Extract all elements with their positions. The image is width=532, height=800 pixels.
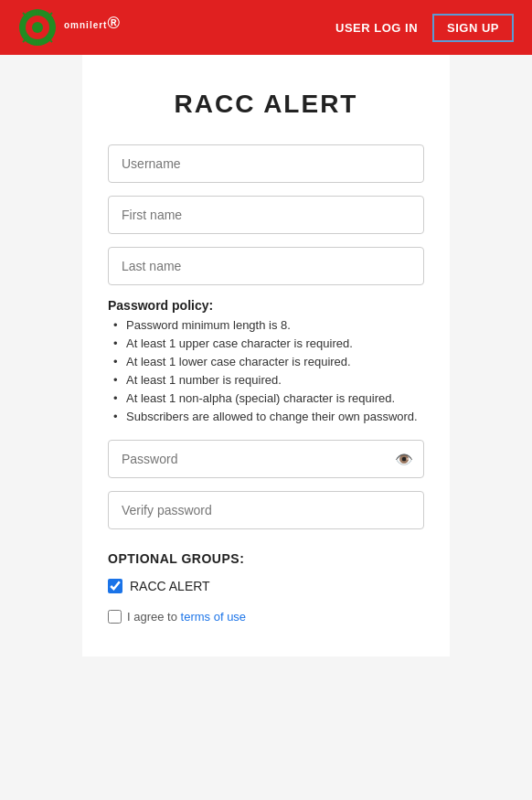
password-policy: Password policy: Password minimum length… bbox=[108, 298, 424, 423]
password-input[interactable] bbox=[108, 440, 424, 478]
policy-item: At least 1 number is required. bbox=[113, 373, 424, 387]
policy-list: Password minimum length is 8. At least 1… bbox=[108, 318, 424, 423]
header: omnilert® USER LOG IN SIGN UP bbox=[0, 0, 532, 55]
logo-text: omnilert® bbox=[64, 13, 121, 41]
signup-button[interactable]: SIGN UP bbox=[432, 14, 514, 42]
firstname-input[interactable] bbox=[108, 196, 424, 234]
nav-links: USER LOG IN SIGN UP bbox=[335, 14, 514, 42]
user-login-link[interactable]: USER LOG IN bbox=[335, 21, 418, 35]
terms-checkbox[interactable] bbox=[108, 610, 122, 624]
policy-title: Password policy: bbox=[108, 298, 424, 313]
policy-item: At least 1 non-alpha (special) character… bbox=[113, 391, 424, 405]
lastname-input[interactable] bbox=[108, 247, 424, 285]
svg-point-2 bbox=[32, 22, 43, 33]
policy-item: Password minimum length is 8. bbox=[113, 318, 424, 332]
policy-item: At least 1 lower case character is requi… bbox=[113, 355, 424, 368]
password-input-wrapper: 👁️ bbox=[108, 440, 424, 478]
policy-item: Subscribers are allowed to change their … bbox=[113, 410, 424, 423]
omnilert-logo-icon bbox=[18, 8, 57, 47]
group-checkbox[interactable] bbox=[108, 579, 122, 593]
signup-card: RACC ALERT Password policy: Password min… bbox=[82, 55, 450, 656]
policy-item: At least 1 upper case character is requi… bbox=[113, 336, 424, 350]
page-title: RACC ALERT bbox=[108, 90, 424, 119]
logo-area: omnilert® bbox=[18, 8, 121, 47]
terms-row: I agree to terms of use bbox=[108, 610, 424, 624]
group-checkbox-row: RACC ALERT bbox=[108, 579, 424, 593]
toggle-password-icon[interactable]: 👁️ bbox=[395, 451, 413, 468]
verify-password-input[interactable] bbox=[108, 491, 424, 529]
terms-text: I agree to terms of use bbox=[127, 610, 246, 624]
group-checkbox-label[interactable]: RACC ALERT bbox=[130, 579, 210, 593]
username-input[interactable] bbox=[108, 144, 424, 183]
terms-of-use-link[interactable]: terms of use bbox=[181, 610, 247, 624]
content-wrap: RACC ALERT Password policy: Password min… bbox=[0, 55, 532, 800]
optional-groups-title: OPTIONAL GROUPS: bbox=[108, 551, 424, 566]
